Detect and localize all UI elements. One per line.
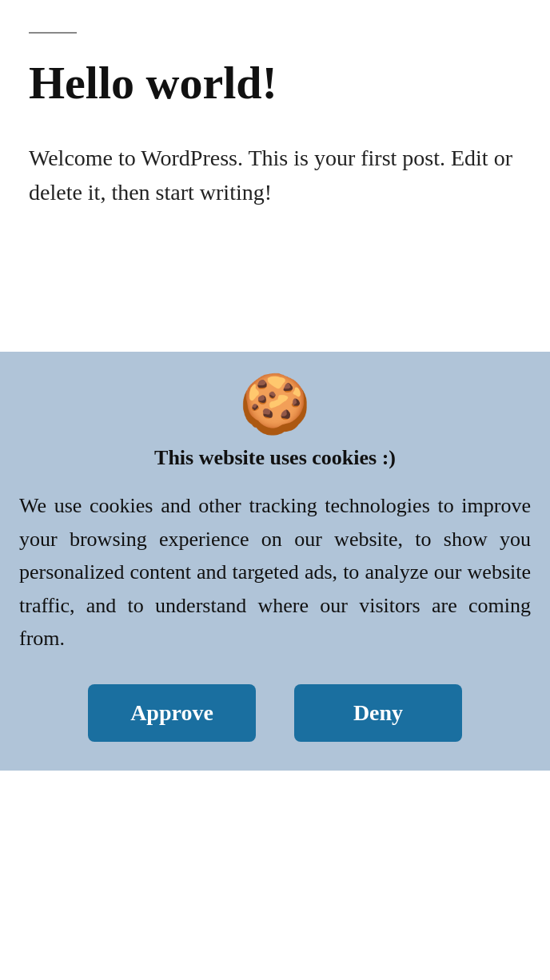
- cookie-title: This website uses cookies :): [154, 446, 396, 470]
- cookie-icon: 🍪: [239, 376, 311, 433]
- cookie-buttons: Approve Deny: [19, 684, 531, 742]
- deny-button[interactable]: Deny: [294, 684, 462, 742]
- post-body: Welcome to WordPress. This is your first…: [29, 141, 521, 210]
- page-content: Hello world! Welcome to WordPress. This …: [0, 0, 550, 226]
- post-title: Hello world!: [29, 58, 521, 109]
- top-divider: [29, 32, 77, 34]
- cookie-text: We use cookies and other tracking techno…: [19, 489, 531, 655]
- cookie-banner: 🍪 This website uses cookies :) We use co…: [0, 352, 550, 771]
- approve-button[interactable]: Approve: [88, 684, 256, 742]
